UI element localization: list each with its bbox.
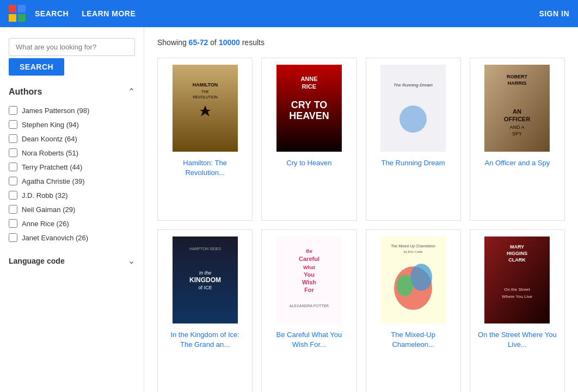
svg-text:HIGGINS: HIGGINS	[507, 251, 527, 256]
svg-text:For: For	[304, 287, 314, 293]
svg-text:ANNE: ANNE	[300, 76, 317, 82]
author-filter-item[interactable]: J.D. Robb (32)	[9, 188, 135, 202]
author-filter-item[interactable]: Terry Pratchett (44)	[9, 160, 135, 174]
author-filter-item[interactable]: Janet Evanovich (26)	[9, 231, 135, 245]
authors-filter-header[interactable]: Authors ⌃	[9, 86, 135, 97]
svg-text:What: What	[303, 265, 315, 270]
author-label-1: Stephen King (94)	[22, 121, 79, 129]
main-content: Showing 65-72 of 10000 results HAMILTON …	[144, 27, 578, 392]
author-checkbox-2[interactable]	[9, 134, 17, 143]
author-checkbox-6[interactable]	[9, 191, 17, 200]
svg-text:HAMILTON: HAMILTON	[192, 82, 218, 88]
svg-text:Where You Live: Where You Live	[502, 294, 533, 299]
book-cover: HAMILTON THE REVOLUTION	[173, 65, 238, 152]
book-card[interactable]: The Mixed-Up Chameleon by Eric Carle The…	[366, 229, 461, 392]
author-label-2: Dean Koontz (64)	[22, 135, 77, 143]
svg-point-39	[397, 275, 413, 296]
author-checkbox-1[interactable]	[9, 120, 17, 129]
book-title: Cry to Heaven	[286, 158, 331, 168]
author-filter-item[interactable]: Nora Roberts (51)	[9, 146, 135, 160]
svg-rect-40	[484, 237, 550, 323]
search-button[interactable]: SEARCH	[9, 58, 64, 76]
svg-text:On the Street: On the Street	[505, 287, 531, 292]
sign-in-button[interactable]: SIGN IN	[539, 9, 569, 18]
logo-yellow	[9, 14, 16, 22]
svg-text:Be: Be	[306, 248, 312, 254]
book-card[interactable]: Be Careful What You Wish For ALEXANDRA P…	[261, 229, 356, 392]
svg-text:HAMPTON SIDES: HAMPTON SIDES	[189, 247, 221, 251]
book-title: Be Careful What You Wish For...	[268, 330, 349, 350]
authors-filter-section: Authors ⌃ James Patterson (98) Stephen K…	[9, 86, 135, 245]
authors-filter-title: Authors	[9, 87, 42, 97]
author-label-7: Neil Gaiman (29)	[22, 206, 75, 214]
author-checkbox-4[interactable]	[9, 163, 17, 171]
svg-point-13	[399, 105, 427, 133]
header: SEARCH LEARN MORE SIGN IN	[0, 0, 578, 27]
author-filter-item[interactable]: James Patterson (98)	[9, 103, 135, 117]
book-card[interactable]: ANNE RICE CRY TO HEAVEN Cry to Heaven	[261, 58, 356, 221]
book-title: On the Street Where You Live...	[477, 330, 558, 350]
book-cover: The Running Dream	[380, 65, 446, 152]
book-card[interactable]: HAMILTON THE REVOLUTION Hamilton: The Re…	[157, 58, 253, 221]
logo-green	[18, 14, 26, 22]
books-grid: HAMILTON THE REVOLUTION Hamilton: The Re…	[157, 58, 565, 392]
svg-text:RICE: RICE	[302, 83, 316, 90]
language-title: Language code	[9, 257, 65, 265]
svg-text:Wish: Wish	[302, 279, 316, 285]
search-nav-link[interactable]: SEARCH	[35, 9, 69, 18]
results-header: Showing 65-72 of 10000 results	[157, 38, 565, 47]
svg-text:The Mixed-Up Chameleon: The Mixed-Up Chameleon	[391, 244, 435, 248]
header-nav: SEARCH LEARN MORE	[35, 9, 136, 18]
search-input[interactable]	[9, 38, 135, 56]
author-checkbox-5[interactable]	[9, 177, 17, 185]
author-checkbox-3[interactable]	[9, 148, 17, 157]
author-label-9: Janet Evanovich (26)	[22, 234, 88, 242]
author-checkbox-8[interactable]	[9, 219, 17, 228]
author-label-6: J.D. Robb (32)	[22, 191, 68, 200]
author-label-3: Nora Roberts (51)	[22, 149, 78, 157]
author-filter-item[interactable]: Dean Koontz (64)	[9, 132, 135, 146]
book-card[interactable]: ROBERT HARRIS AN OFFICER AND A SPY An Of…	[470, 58, 565, 221]
book-title: The Running Dream	[382, 158, 445, 168]
author-filter-item[interactable]: Agatha Christie (39)	[9, 174, 135, 188]
svg-text:of ICE: of ICE	[198, 285, 212, 290]
svg-text:by Eric Carle: by Eric Carle	[404, 250, 423, 253]
svg-text:KINGDOM: KINGDOM	[189, 276, 221, 284]
book-card[interactable]: MARY HIGGINS CLARK On the Street Where Y…	[470, 229, 565, 392]
book-cover: ANNE RICE CRY TO HEAVEN	[276, 65, 342, 152]
author-filter-item[interactable]: Neil Gaiman (29)	[9, 202, 135, 216]
svg-text:SPY: SPY	[512, 131, 522, 136]
author-label-8: Anne Rice (26)	[22, 220, 69, 228]
svg-text:MARY: MARY	[510, 244, 524, 250]
author-checkbox-0[interactable]	[9, 106, 17, 115]
svg-text:HEAVEN: HEAVEN	[289, 110, 329, 121]
svg-text:HARRIS: HARRIS	[508, 80, 527, 86]
authors-filter-items: James Patterson (98) Stephen King (94) D…	[9, 103, 135, 245]
book-cover: MARY HIGGINS CLARK On the Street Where Y…	[484, 237, 550, 323]
authors-chevron-icon: ⌃	[128, 86, 135, 97]
author-filter-item[interactable]: Stephen King (94)	[9, 117, 135, 132]
svg-point-38	[410, 264, 432, 291]
svg-text:THE: THE	[201, 90, 209, 94]
language-section: Language code ⌄	[9, 256, 135, 266]
book-card[interactable]: HAMPTON SIDES In the KINGDOM of ICE In t…	[157, 229, 253, 392]
learn-more-nav-link[interactable]: LEARN MORE	[82, 9, 136, 18]
sidebar: SEARCH Authors ⌃ James Patterson (98) St…	[0, 27, 144, 392]
book-title: Hamilton: The Revolution...	[164, 158, 245, 178]
language-header[interactable]: Language code ⌄	[9, 256, 135, 266]
header-left: SEARCH LEARN MORE	[9, 5, 136, 22]
svg-text:Careful: Careful	[299, 256, 319, 262]
svg-text:You: You	[304, 271, 315, 278]
book-title: In the Kingdom of Ice: The Grand an...	[164, 330, 245, 350]
logo-blue	[18, 5, 26, 13]
author-label-4: Terry Pratchett (44)	[22, 163, 82, 171]
author-checkbox-9[interactable]	[9, 233, 17, 242]
svg-text:REVOLUTION: REVOLUTION	[193, 95, 218, 99]
svg-text:AND A: AND A	[510, 125, 525, 130]
svg-text:CRY TO: CRY TO	[291, 99, 328, 110]
author-filter-item[interactable]: Anne Rice (26)	[9, 216, 135, 231]
author-checkbox-7[interactable]	[9, 205, 17, 214]
book-title: The Mixed-Up Chameleon...	[373, 330, 454, 350]
book-card[interactable]: The Running Dream The Running Dream	[366, 58, 461, 221]
svg-text:In the: In the	[199, 270, 211, 276]
